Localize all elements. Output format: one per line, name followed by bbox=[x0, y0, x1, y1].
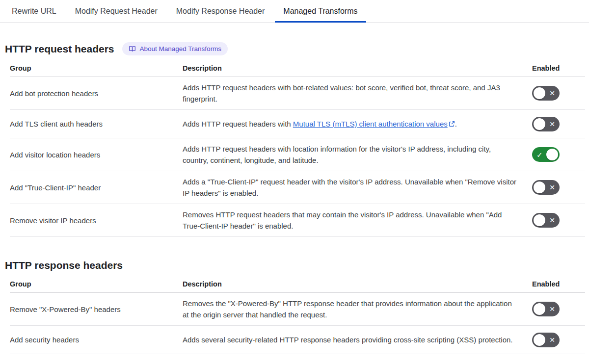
x-icon bbox=[549, 121, 555, 128]
toggle-knob bbox=[534, 334, 545, 346]
column-header-description: Description bbox=[183, 64, 532, 72]
table-row: Add TLS client auth headers Adds HTTP re… bbox=[10, 110, 585, 138]
book-icon bbox=[129, 45, 136, 52]
mtls-docs-link[interactable]: Mutual TLS (mTLS) client authentication … bbox=[293, 120, 448, 128]
description-cell: Removes the "X-Powered-By" HTTP response… bbox=[183, 298, 532, 320]
toggle-add-true-client-ip-header[interactable] bbox=[532, 180, 560, 195]
toggle-knob bbox=[534, 303, 545, 315]
toggle-add-tls-client-auth-headers[interactable] bbox=[532, 117, 560, 131]
toggle-knob bbox=[534, 118, 545, 130]
column-header-group: Group bbox=[10, 64, 183, 72]
external-link-icon bbox=[449, 119, 455, 130]
column-header-enabled: Enabled bbox=[532, 280, 585, 288]
table-row: Remove visitor IP headers Removes HTTP r… bbox=[10, 204, 585, 237]
description-cell: Adds a "True-Client-IP" request header w… bbox=[183, 176, 532, 199]
tab-modify-request-header[interactable]: Modify Request Header bbox=[75, 0, 158, 22]
badge-label: About Managed Transforms bbox=[140, 46, 222, 52]
group-cell: Add "True-Client-IP" header bbox=[10, 182, 183, 193]
description-cell: Adds several security-related HTTP respo… bbox=[183, 334, 532, 345]
table-row: Remove "X-Powered-By" headers Removes th… bbox=[10, 293, 585, 326]
table-row: Add "True-Client-IP" header Adds a "True… bbox=[10, 171, 585, 204]
toggle-knob bbox=[546, 149, 558, 160]
toggle-add-visitor-location-headers[interactable] bbox=[532, 147, 560, 162]
tab-modify-response-header[interactable]: Modify Response Header bbox=[176, 0, 265, 22]
table-row: Add visitor location headers Adds HTTP r… bbox=[10, 138, 585, 171]
description-cell: Adds HTTP request headers with Mutual TL… bbox=[183, 118, 532, 130]
x-icon bbox=[549, 90, 555, 97]
x-icon bbox=[549, 337, 555, 343]
x-icon bbox=[549, 306, 555, 312]
description-cell: Adds HTTP request headers with location … bbox=[183, 143, 532, 166]
request-headers-table: Group Description Enabled Add bot protec… bbox=[10, 64, 585, 237]
toggle-knob bbox=[534, 87, 545, 99]
toggle-remove-x-powered-by-headers[interactable] bbox=[532, 302, 560, 316]
description-cell: Removes HTTP request headers that may co… bbox=[183, 209, 532, 232]
group-cell: Add bot protection headers bbox=[10, 88, 183, 99]
toggle-add-bot-protection-headers[interactable] bbox=[532, 86, 560, 101]
x-icon bbox=[549, 217, 555, 224]
x-icon bbox=[549, 184, 555, 191]
description-text: Adds HTTP request headers with bbox=[183, 120, 293, 128]
managed-transforms-panel: HTTP request headers About Managed Trans… bbox=[5, 42, 585, 354]
response-headers-title: HTTP response headers bbox=[5, 260, 123, 271]
group-cell: Remove "X-Powered-By" headers bbox=[10, 304, 183, 315]
toggle-knob bbox=[534, 182, 545, 193]
about-managed-transforms-badge[interactable]: About Managed Transforms bbox=[122, 42, 228, 55]
request-headers-section-head: HTTP request headers About Managed Trans… bbox=[5, 42, 585, 55]
group-cell: Add TLS client auth headers bbox=[10, 118, 183, 130]
column-header-description: Description bbox=[183, 280, 532, 288]
toggle-knob bbox=[534, 214, 545, 226]
table-row: Add bot protection headers Adds HTTP req… bbox=[10, 77, 585, 110]
description-cell: Adds HTTP request headers with bot-relat… bbox=[183, 82, 532, 104]
tab-rewrite-url[interactable]: Rewrite URL bbox=[12, 0, 56, 22]
check-icon bbox=[536, 151, 543, 158]
table-header-row: Group Description Enabled bbox=[10, 280, 585, 293]
response-headers-section-head: HTTP response headers bbox=[5, 260, 585, 271]
column-header-group: Group bbox=[10, 280, 183, 288]
transform-rules-tabbar: Rewrite URL Modify Request Header Modify… bbox=[0, 0, 589, 23]
group-cell: Remove visitor IP headers bbox=[10, 215, 183, 226]
tab-managed-transforms[interactable]: Managed Transforms bbox=[283, 0, 357, 22]
description-text: . bbox=[455, 120, 457, 128]
table-row: Add security headers Adds several securi… bbox=[10, 326, 585, 354]
group-cell: Add visitor location headers bbox=[10, 149, 183, 160]
toggle-remove-visitor-ip-headers[interactable] bbox=[532, 213, 560, 228]
table-header-row: Group Description Enabled bbox=[10, 64, 585, 77]
toggle-add-security-headers[interactable] bbox=[532, 333, 560, 347]
response-headers-table: Group Description Enabled Remove "X-Powe… bbox=[10, 280, 585, 354]
request-headers-title: HTTP request headers bbox=[5, 43, 114, 55]
column-header-enabled: Enabled bbox=[532, 64, 585, 72]
group-cell: Add security headers bbox=[10, 334, 183, 345]
